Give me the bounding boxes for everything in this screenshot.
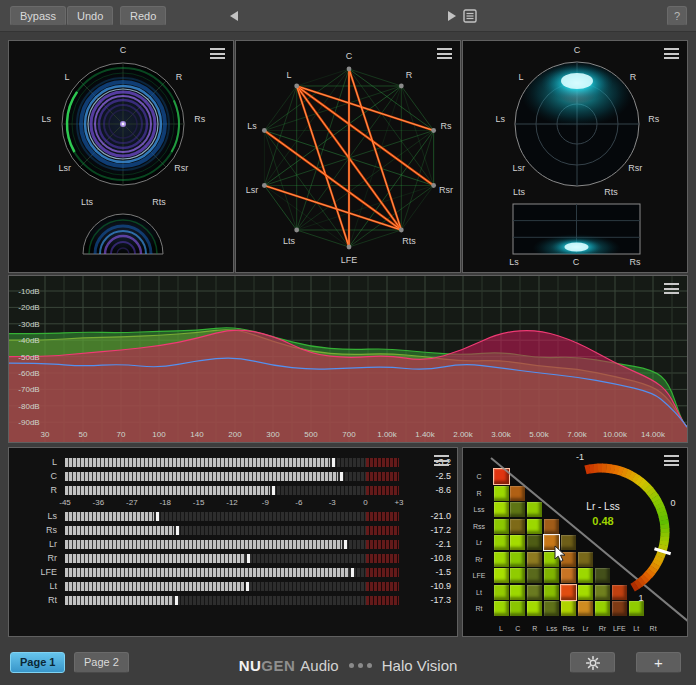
- matrix-cell[interactable]: [494, 486, 509, 501]
- gauge-min-label: -1: [576, 452, 584, 462]
- channel-label-c: C: [574, 45, 581, 55]
- bypass-button[interactable]: Bypass: [10, 6, 66, 26]
- matrix-cell[interactable]: [494, 469, 509, 484]
- freq-axis-label: 7.00k: [567, 430, 587, 439]
- matrix-cell[interactable]: [544, 585, 559, 600]
- db-axis-label: -40dB: [18, 336, 39, 345]
- page2-tab[interactable]: Page 2: [74, 652, 129, 673]
- page-list-icon[interactable]: [463, 9, 477, 23]
- channel-label-rsr: Rsr: [174, 163, 188, 173]
- matrix-cell[interactable]: [494, 568, 509, 583]
- matrix-cell[interactable]: [578, 585, 593, 600]
- matrix-cell[interactable]: [595, 601, 610, 616]
- freq-axis-label: 140: [190, 430, 203, 439]
- matrix-cell[interactable]: [578, 601, 593, 616]
- matrix-cell[interactable]: [629, 601, 644, 616]
- redo-button[interactable]: Redo: [120, 6, 166, 26]
- matrix-cell[interactable]: [544, 601, 559, 616]
- meter-fill: [65, 472, 338, 481]
- meter-scale-tick: -3: [329, 498, 336, 507]
- next-page-arrow-icon[interactable]: [446, 10, 458, 22]
- matrix-cell[interactable]: [527, 552, 542, 567]
- db-axis-label: -10dB: [18, 287, 39, 296]
- meter-red-zone: [366, 458, 399, 467]
- meter-value: -2.5: [407, 472, 451, 481]
- matrix-cell[interactable]: [494, 519, 509, 534]
- level-meter-bar: [65, 486, 399, 495]
- meter-scale-tick: -36: [93, 498, 105, 507]
- channel-label-ls: Ls: [495, 114, 505, 124]
- meter-channel-label: Rs: [9, 526, 57, 535]
- db-axis-label: -50dB: [18, 352, 39, 361]
- matrix-cell[interactable]: [510, 519, 525, 534]
- matrix-cell[interactable]: [595, 568, 610, 583]
- undo-button[interactable]: Undo: [67, 6, 113, 26]
- matrix-cell[interactable]: [561, 568, 576, 583]
- freq-axis-label: 14.00k: [641, 430, 665, 439]
- strip-label-rs: Rs: [630, 257, 641, 267]
- channel-label-lts: Lts: [513, 187, 525, 197]
- meter-row-rt: Rt-17.3: [9, 596, 457, 606]
- matrix-cell[interactable]: [561, 601, 576, 616]
- matrix-cell[interactable]: [510, 601, 525, 616]
- matrix-cell[interactable]: [510, 568, 525, 583]
- channel-label-rs: Rs: [194, 114, 205, 124]
- panel-menu-icon[interactable]: [664, 455, 679, 466]
- matrix-cell[interactable]: [527, 601, 542, 616]
- matrix-cell[interactable]: [612, 601, 627, 616]
- add-panel-button[interactable]: +: [636, 652, 681, 673]
- matrix-cell[interactable]: [510, 535, 525, 550]
- matrix-cell[interactable]: [544, 519, 559, 534]
- matrix-cell[interactable]: [544, 568, 559, 583]
- meter-scale-tick: 0: [363, 498, 367, 507]
- panel-menu-icon[interactable]: [437, 48, 452, 59]
- meter-red-zone: [366, 472, 399, 481]
- matrix-cell[interactable]: [595, 585, 610, 600]
- matrix-cell[interactable]: [494, 535, 509, 550]
- matrix-cell[interactable]: [494, 585, 509, 600]
- matrix-cell[interactable]: [494, 601, 509, 616]
- matrix-cell[interactable]: [510, 486, 525, 501]
- matrix-cell[interactable]: [494, 502, 509, 517]
- web-node-label-lfe: LFE: [341, 255, 358, 265]
- matrix-cell[interactable]: [510, 585, 525, 600]
- settings-button[interactable]: [570, 652, 615, 673]
- matrix-cell[interactable]: [527, 585, 542, 600]
- level-meters-panel: L-3.2C-2.5R-8.6Ls-21.0Rs-17.2Lr-2.1Rr-10…: [8, 447, 458, 637]
- web-node-label-ls: Ls: [247, 121, 257, 131]
- matrix-cell[interactable]: [578, 552, 593, 567]
- surround-scope-panel: Lts Rts CLRLsRsLsrRsr: [8, 40, 234, 273]
- meter-value: -10.8: [407, 554, 451, 563]
- meter-fill: [65, 582, 244, 591]
- prev-page-arrow-icon[interactable]: [228, 10, 240, 22]
- level-meter-bar: [65, 458, 399, 467]
- matrix-col-label: L: [499, 625, 503, 632]
- matrix-cell[interactable]: [561, 585, 576, 600]
- matrix-cell[interactable]: [494, 552, 509, 567]
- db-axis-label: -20dB: [18, 303, 39, 312]
- matrix-cell[interactable]: [527, 519, 542, 534]
- meter-scale-tick: -9: [262, 498, 269, 507]
- meter-row-rs: Rs-17.2: [9, 526, 457, 536]
- meter-peak-marker: [340, 472, 343, 481]
- panel-menu-icon[interactable]: [664, 283, 679, 294]
- matrix-cell[interactable]: [510, 552, 525, 567]
- help-button[interactable]: ?: [667, 6, 687, 26]
- matrix-cell[interactable]: [527, 502, 542, 517]
- matrix-cell[interactable]: [510, 502, 525, 517]
- freq-axis-label: 700: [342, 430, 355, 439]
- meter-peak-marker: [247, 554, 250, 563]
- meter-red-zone: [366, 486, 399, 495]
- matrix-cell[interactable]: [612, 585, 627, 600]
- mouse-cursor: [554, 545, 568, 564]
- matrix-cell[interactable]: [527, 535, 542, 550]
- panel-menu-icon[interactable]: [434, 455, 449, 466]
- matrix-cell[interactable]: [527, 568, 542, 583]
- page1-tab[interactable]: Page 1: [10, 652, 65, 673]
- panel-menu-icon[interactable]: [210, 48, 225, 59]
- matrix-col-label: LFE: [613, 625, 626, 632]
- meter-row-r: R-8.6: [9, 486, 457, 496]
- meter-scale-tick: -12: [226, 498, 238, 507]
- matrix-cell[interactable]: [578, 568, 593, 583]
- panel-menu-icon[interactable]: [664, 48, 679, 59]
